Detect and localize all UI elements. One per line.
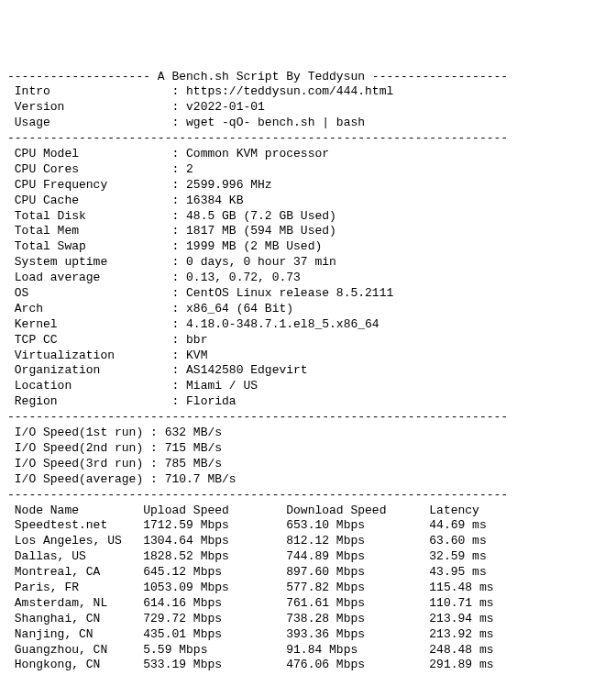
- terminal-output: -------------------- A Bench.sh Script B…: [7, 70, 609, 675]
